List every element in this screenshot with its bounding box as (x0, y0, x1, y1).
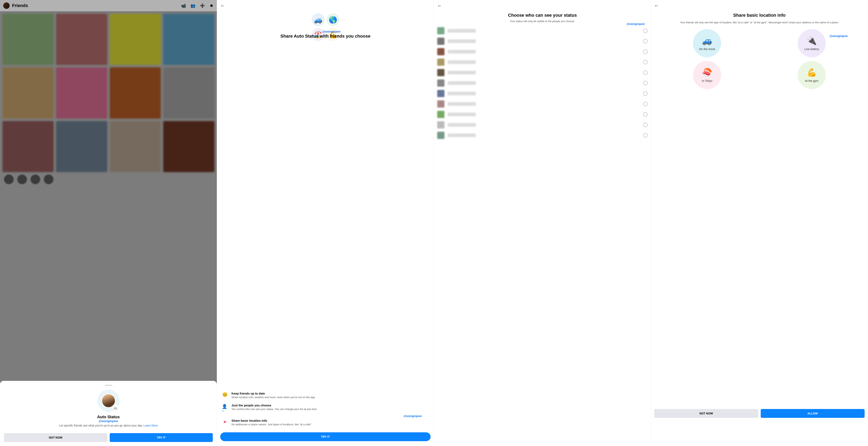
friend-row[interactable] (437, 78, 648, 88)
select-radio[interactable] (643, 70, 648, 75)
friend-row[interactable] (437, 36, 648, 47)
friend-name-redacted (448, 60, 476, 64)
select-radio[interactable] (643, 50, 648, 54)
friend-row[interactable] (437, 67, 648, 78)
choose-title: Choose who can see your status (434, 11, 651, 20)
sheet-handle[interactable] (105, 385, 112, 386)
select-radio[interactable] (643, 81, 648, 85)
feature-list: 😊 Keep friends up to dateShare location … (217, 388, 434, 430)
friend-avatar (437, 90, 444, 97)
friend-avatar (437, 132, 444, 139)
feature-desc: No addresses or place names. Just types … (231, 423, 312, 426)
sheet-desc-text: Let specific friends see what you're up … (59, 424, 144, 427)
muscle-icon: 💪 (807, 68, 817, 77)
feature-desc: You control who can see your status. You… (231, 407, 317, 411)
sheet-avatar: 🚲 (97, 390, 120, 412)
plug-icon: 🔌 (807, 36, 817, 46)
allow-button[interactable]: ALLOW (761, 409, 865, 418)
car-icon: 🚙 (312, 13, 324, 26)
bubble-label: On the move (699, 48, 715, 51)
feature-title: Keep friends up to date (231, 392, 316, 395)
friend-row[interactable] (437, 57, 648, 67)
friend-avatar (437, 69, 444, 76)
friend-avatar (437, 59, 444, 66)
screen-location-permission: ← Share basic location info Your friends… (651, 0, 868, 446)
watermark: @wongmjane (626, 22, 645, 26)
friend-avatar (437, 27, 444, 34)
friend-name-redacted (448, 71, 476, 75)
feature-item: 😊 Keep friends up to dateShare location … (222, 392, 429, 399)
add-person-icon: 👤⁺ (222, 404, 228, 414)
learn-more-link[interactable]: Learn More (144, 424, 158, 427)
feature-item: 👤⁺ Just the people you chooseYou control… (222, 404, 429, 414)
screen-friends-modal: Friends 📹 👥 ➕ ☻ (0, 0, 217, 446)
watermark: @wongmjane (403, 414, 422, 418)
select-radio[interactable] (643, 29, 648, 33)
not-now-button[interactable]: NOT NOW (4, 433, 107, 442)
location-subtitle: Your friends will only see the type of l… (651, 20, 868, 27)
friend-name-redacted (448, 81, 476, 85)
friend-row[interactable] (437, 130, 648, 141)
select-radio[interactable] (643, 123, 648, 127)
back-icon[interactable]: ← (651, 0, 662, 11)
friend-row[interactable] (437, 99, 648, 109)
sheet-title: Auto Status (4, 415, 213, 419)
friend-avatar (437, 121, 444, 128)
location-arrow-icon: ➤ (222, 419, 228, 424)
location-title: Share basic location info (651, 11, 868, 20)
intro-title: Share Auto Status with friends you choos… (217, 33, 434, 39)
car-icon: 🚙 (702, 36, 712, 46)
bubble-on-the-move: 🚙On the move (693, 29, 721, 57)
friend-name-redacted (448, 123, 476, 127)
friend-name-redacted (448, 113, 476, 116)
select-radio[interactable] (643, 133, 648, 138)
friend-name-redacted (448, 92, 476, 95)
dim-overlay (0, 0, 217, 384)
watermark: @wongmjane (830, 34, 848, 38)
friend-select-list (434, 26, 651, 446)
friend-name-redacted (448, 39, 476, 43)
friend-name-redacted (448, 29, 476, 33)
select-radio[interactable] (643, 112, 648, 117)
friend-name-redacted (448, 133, 476, 137)
try-it-button[interactable]: TRY IT (110, 433, 213, 442)
friend-name-redacted (448, 50, 476, 54)
select-radio[interactable] (643, 102, 648, 106)
back-icon[interactable]: ← (434, 0, 445, 11)
auto-status-sheet: 🚲 Auto Status @wongmjane Let specific fr… (0, 381, 217, 446)
feature-title: Just the people you choose (231, 404, 317, 407)
friend-avatar (437, 111, 444, 118)
friend-row[interactable] (437, 88, 648, 99)
friend-row[interactable] (437, 109, 648, 120)
back-icon[interactable]: ← (217, 0, 228, 11)
smiley-icon: 😊 (222, 392, 228, 397)
friend-avatar (437, 38, 444, 45)
watermark: @wongmjane (322, 30, 341, 33)
friend-row[interactable] (437, 26, 648, 36)
friend-row[interactable] (437, 120, 648, 130)
bubble-label: In Tokyo (702, 79, 712, 83)
bubble-in-tokyo: 🍣In Tokyo (693, 61, 721, 89)
bubble-at-the-gym: 💪At the gym (798, 61, 826, 89)
watermark: @wongmjane (4, 419, 213, 423)
try-it-button[interactable]: TRY IT (220, 432, 431, 441)
bubble-label: At the gym (805, 79, 818, 83)
sheet-description: Let specific friends see what you're up … (4, 424, 213, 427)
screen-choose-people: ← Choose who can see your status Your st… (434, 0, 651, 446)
select-radio[interactable] (643, 91, 648, 96)
friends-background: Friends 📹 👥 ➕ ☻ (0, 0, 217, 384)
feature-item: ➤ Share basic location infoNo addresses … (222, 419, 429, 426)
feature-title: Share basic location info (231, 419, 312, 422)
select-radio[interactable] (643, 39, 648, 43)
screen-share-intro: ← 🚙 🌎 🏖️ 💪 @wongmjane Share Auto Status … (217, 0, 434, 446)
sushi-icon: 🍣 (702, 68, 712, 77)
friend-row[interactable] (437, 47, 648, 57)
bubble-low-battery: 🔌Low battery (798, 29, 826, 57)
not-now-button[interactable]: NOT NOW (654, 409, 758, 418)
globe-icon: 🌎 (327, 13, 339, 26)
bike-icon: 🚲 (112, 404, 119, 411)
choose-subtitle: Your status will only be visible to the … (434, 20, 651, 26)
friend-avatar (437, 80, 444, 87)
feature-desc: Share location info, weather and more, e… (231, 395, 316, 399)
select-radio[interactable] (643, 60, 648, 64)
